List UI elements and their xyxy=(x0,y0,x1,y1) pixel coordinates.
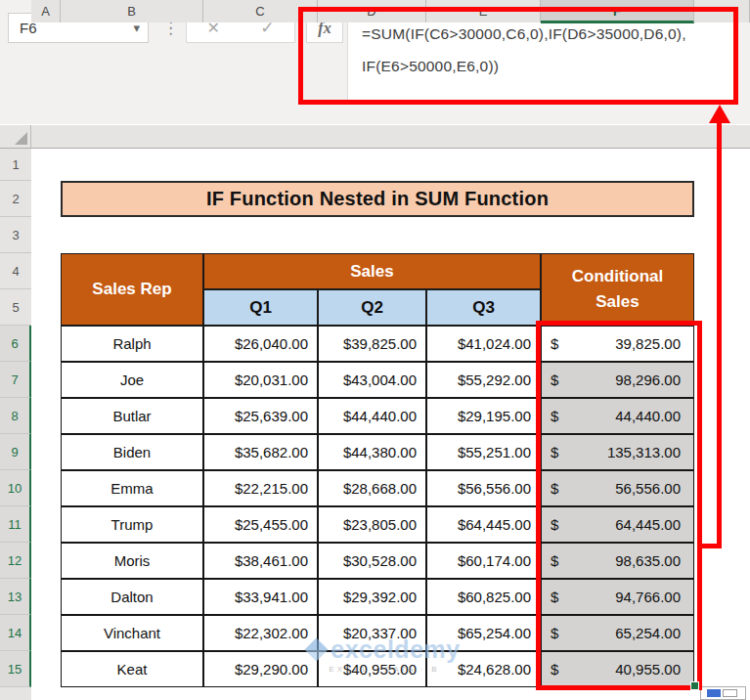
cell-q1[interactable]: $29,290.00 xyxy=(203,651,318,687)
cell-q1[interactable]: $25,455.00 xyxy=(203,506,318,543)
header-sales[interactable]: Sales xyxy=(203,253,541,289)
column-header-c[interactable]: C xyxy=(203,0,318,22)
currency-symbol: $ xyxy=(551,516,558,533)
cell-sales-rep[interactable]: Moris xyxy=(61,543,203,579)
conditional-amount: 39,825.00 xyxy=(615,335,681,352)
cell-conditional[interactable]: $ 65,254.00 xyxy=(541,615,694,651)
header-conditional-line1: Conditional xyxy=(572,264,663,289)
header-q3[interactable]: Q3 xyxy=(426,289,541,326)
cell-conditional[interactable]: $ 56,556.00 xyxy=(541,470,694,506)
row-header-5[interactable]: 5 xyxy=(0,289,31,326)
cell-sales-rep[interactable]: Keat xyxy=(61,651,203,687)
cell-conditional[interactable]: $ 64,445.00 xyxy=(541,506,694,543)
cell-q2[interactable]: $20,337.00 xyxy=(318,615,426,651)
cell-sales-rep[interactable]: Emma xyxy=(61,470,203,506)
table-row: Keat $29,290.00 $40,955.00 $24,628.00 $ … xyxy=(61,651,694,687)
column-header-g-partial[interactable] xyxy=(694,0,750,22)
table-row: Butlar $25,639.00 $44,440.00 $29,195.00 … xyxy=(61,398,694,434)
quick-analysis-button[interactable] xyxy=(700,686,746,700)
cell-conditional-active[interactable]: $ 39,825.00 xyxy=(541,326,694,362)
column-header-a[interactable]: A xyxy=(31,0,61,22)
header-q2[interactable]: Q2 xyxy=(318,289,426,326)
currency-symbol: $ xyxy=(551,625,558,641)
conditional-amount: 135,313.00 xyxy=(607,444,681,460)
cell-q2[interactable]: $30,528.00 xyxy=(318,543,426,579)
row-header-1[interactable]: 1 xyxy=(0,149,31,181)
cell-sales-rep[interactable]: Biden xyxy=(61,434,203,470)
cell-q2[interactable]: $40,955.00 xyxy=(318,651,426,687)
quick-analysis-icon-outline xyxy=(723,689,737,697)
row-header-13[interactable]: 13 xyxy=(0,579,31,615)
row-header-15[interactable]: 15 xyxy=(0,651,31,687)
page-title[interactable]: IF Function Nested in SUM Function xyxy=(61,181,694,217)
header-q1[interactable]: Q1 xyxy=(203,289,318,326)
row-header-4[interactable]: 4 xyxy=(0,253,31,289)
cell-q2[interactable]: $28,668.00 xyxy=(318,470,426,506)
chevron-down-icon[interactable]: ▾ xyxy=(133,21,140,35)
cell-q3[interactable]: $64,445.00 xyxy=(426,506,541,543)
fill-handle[interactable] xyxy=(690,681,699,690)
cell-q1[interactable]: $20,031.00 xyxy=(203,362,318,398)
cell-q3[interactable]: $55,292.00 xyxy=(426,362,541,398)
cell-q1[interactable]: $35,682.00 xyxy=(203,434,318,470)
row-header-10[interactable]: 10 xyxy=(0,470,31,506)
currency-symbol: $ xyxy=(551,552,558,569)
cell-q1[interactable]: $25,639.00 xyxy=(203,398,318,434)
currency-symbol: $ xyxy=(551,589,558,605)
cell-conditional[interactable]: $ 98,635.00 xyxy=(541,543,694,579)
column-header-f-selected[interactable]: F xyxy=(541,0,694,23)
select-all-button[interactable] xyxy=(0,125,31,148)
cell-sales-rep[interactable]: Trump xyxy=(61,506,203,543)
cell-q1[interactable]: $22,215.00 xyxy=(203,470,318,506)
cell-q1[interactable]: $33,941.00 xyxy=(203,579,318,615)
table-row: Emma $22,215.00 $28,668.00 $56,556.00 $ … xyxy=(61,470,694,506)
table-row: Biden $35,682.00 $44,380.00 $55,251.00 $… xyxy=(61,434,694,470)
formula-text-line-2: IF(E6>50000,E6,0)) xyxy=(362,50,733,82)
row-header-3[interactable]: 3 xyxy=(0,217,31,253)
cell-conditional[interactable]: $ 135,313.00 xyxy=(541,434,694,470)
row-header-2[interactable]: 2 xyxy=(0,181,31,217)
row-header-11[interactable]: 11 xyxy=(0,506,31,543)
cell-q2[interactable]: $43,004.00 xyxy=(318,362,426,398)
row-header-6[interactable]: 6 xyxy=(0,326,31,362)
row-header-7[interactable]: 7 xyxy=(0,362,31,398)
cell-q3[interactable]: $60,174.00 xyxy=(426,543,541,579)
cell-sales-rep[interactable]: Ralph xyxy=(61,326,203,362)
cell-q3[interactable]: $41,024.00 xyxy=(426,326,541,362)
cell-conditional[interactable]: $ 44,440.00 xyxy=(541,398,694,434)
header-conditional-sales[interactable]: Conditional Sales xyxy=(541,253,694,326)
cell-q1[interactable]: $38,461.00 xyxy=(203,543,318,579)
cell-q2[interactable]: $44,440.00 xyxy=(318,398,426,434)
cell-sales-rep[interactable]: Vinchant xyxy=(61,615,203,651)
cell-sales-rep[interactable]: Dalton xyxy=(61,579,203,615)
quick-analysis-icon xyxy=(707,689,721,697)
cell-q3[interactable]: $29,195.00 xyxy=(426,398,541,434)
row-header-14[interactable]: 14 xyxy=(0,615,31,651)
column-header-e[interactable]: E xyxy=(426,0,541,22)
cell-conditional[interactable]: $ 98,296.00 xyxy=(541,362,694,398)
cell-sales-rep[interactable]: Joe xyxy=(61,362,203,398)
cell-q3[interactable]: $65,254.00 xyxy=(426,615,541,651)
cell-q2[interactable]: $29,392.00 xyxy=(318,579,426,615)
column-header-d[interactable]: D xyxy=(318,0,426,22)
cell-q3[interactable]: $60,825.00 xyxy=(426,579,541,615)
cell-q3[interactable]: $24,628.00 xyxy=(426,651,541,687)
header-sales-rep[interactable]: Sales Rep xyxy=(61,253,203,326)
formula-input[interactable]: =SUM(IF(C6>30000,C6,0),IF(D6>35000,D6,0)… xyxy=(347,11,734,101)
cell-q2[interactable]: $39,825.00 xyxy=(318,326,426,362)
cell-q3[interactable]: $56,556.00 xyxy=(426,470,541,506)
cell-q3[interactable]: $55,251.00 xyxy=(426,434,541,470)
cell-q2[interactable]: $44,380.00 xyxy=(318,434,426,470)
cell-sales-rep[interactable]: Butlar xyxy=(61,398,203,434)
column-header-b[interactable]: B xyxy=(61,0,203,22)
annotation-arrow-shaft xyxy=(717,121,722,547)
conditional-amount: 98,296.00 xyxy=(615,372,681,388)
row-header-12[interactable]: 12 xyxy=(0,543,31,579)
cell-q1[interactable]: $22,302.00 xyxy=(203,615,318,651)
cell-q1[interactable]: $26,040.00 xyxy=(203,326,318,362)
cell-conditional[interactable]: $ 40,955.00 xyxy=(541,651,694,687)
cell-q2[interactable]: $23,805.00 xyxy=(318,506,426,543)
row-header-9[interactable]: 9 xyxy=(0,434,31,470)
row-header-8[interactable]: 8 xyxy=(0,398,31,434)
cell-conditional[interactable]: $ 94,766.00 xyxy=(541,579,694,615)
